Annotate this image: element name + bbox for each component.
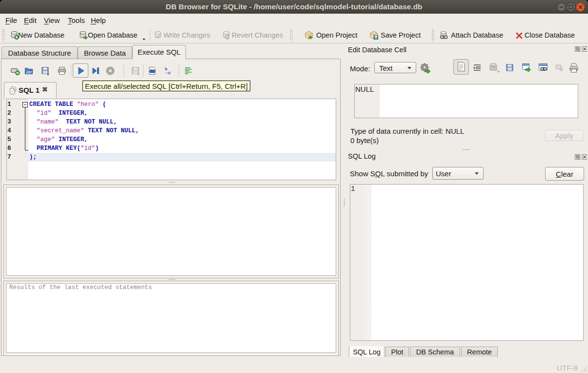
svg-text:b: b <box>165 66 167 71</box>
svg-text:a: a <box>168 69 171 75</box>
